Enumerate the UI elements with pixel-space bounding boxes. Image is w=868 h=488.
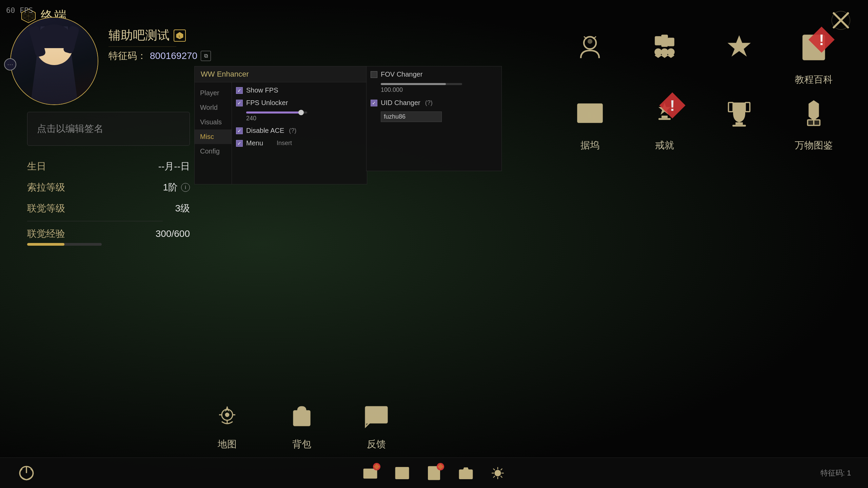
map-icon (210, 399, 244, 433)
profile-divider (108, 46, 176, 47)
uid-checkbox[interactable]: ✓ (371, 100, 377, 106)
svg-rect-29 (588, 112, 591, 120)
svg-rect-16 (668, 38, 674, 46)
show-fps-checkbox[interactable]: ✓ (236, 87, 243, 94)
bottom-center (359, 462, 509, 484)
sora-level-value: 1阶 i (163, 181, 190, 194)
exp-row: 联觉经验 300/600 (27, 223, 190, 250)
menu-item-compendium[interactable]: 万物图鉴 (780, 93, 848, 152)
sora-level-label: 索拉等级 (27, 181, 65, 194)
fps-slider-thumb[interactable] (298, 110, 304, 115)
fps-slider-track[interactable] (246, 111, 307, 114)
menu-item-guide[interactable]: ! 教程百科 (780, 27, 848, 86)
svg-point-73 (495, 470, 501, 476)
fps-unlocker-checkbox[interactable]: ✓ (236, 100, 243, 106)
power-button[interactable] (17, 464, 36, 483)
svg-rect-36 (745, 103, 750, 112)
enhancer-nav: Player World Visuals Misc Config (195, 82, 232, 184)
backpack-label: 背包 (292, 438, 311, 451)
menu-checkbox[interactable]: ✓ (236, 140, 243, 147)
fov-slider-track[interactable] (381, 83, 462, 85)
guide-label: 教程百科 (795, 73, 833, 86)
svg-text:!: ! (819, 31, 824, 48)
fps-badge: 60 FPS (6, 6, 33, 15)
menu-item-skills[interactable] (705, 27, 773, 86)
svg-marker-49 (226, 407, 228, 410)
achievement-icon-box: ! (644, 93, 685, 134)
enhancer-body: Player World Visuals Misc Config ✓ Show … (195, 82, 367, 184)
camera-button[interactable] (455, 462, 477, 484)
svg-marker-69 (437, 464, 443, 470)
disable-ace-row: ✓ Disable ACE (?) (236, 127, 363, 135)
svg-rect-42 (808, 120, 814, 125)
data-icon-box (570, 93, 610, 134)
svg-rect-14 (655, 37, 661, 45)
team-icon-box (644, 27, 685, 68)
svg-rect-38 (732, 125, 746, 126)
disable-ace-checkbox[interactable]: ✓ (236, 127, 243, 134)
fov-checkbox[interactable] (371, 71, 377, 78)
fps-slider-container: 240 (246, 111, 363, 122)
menu-item-backpack[interactable]: 背包 (285, 399, 319, 451)
svg-point-17 (655, 49, 661, 55)
svg-rect-15 (662, 35, 667, 46)
quest-log-button[interactable] (423, 462, 445, 484)
avatar-menu-btn[interactable]: ⋯ (4, 58, 16, 70)
alliance-level-row: 联觉等级 3级 (27, 198, 190, 219)
svg-point-18 (662, 49, 668, 55)
menu-item-data[interactable]: 据坞 (556, 93, 624, 152)
uid-question[interactable]: (?) (425, 99, 433, 106)
menu-item-feedback[interactable]: ! 反馈 (359, 399, 393, 451)
fov-toggle-row: FOV Changer (371, 70, 497, 78)
nav-visuals[interactable]: Visuals (195, 115, 232, 129)
compendium-icon-box (793, 93, 834, 134)
nav-world[interactable]: World (195, 100, 232, 115)
show-fps-row: ✓ Show FPS (236, 86, 363, 94)
settings-button[interactable] (487, 462, 509, 484)
signature-placeholder: 点击以编辑签名 (37, 122, 103, 135)
exp-bar (27, 243, 102, 246)
fov-slider-section: 100.000 (381, 83, 497, 94)
nav-player[interactable]: Player (195, 86, 232, 100)
menu-item-team[interactable] (631, 27, 698, 86)
birthday-label: 生日 (27, 160, 46, 173)
nav-config[interactable]: Config (195, 144, 232, 159)
copy-id-button[interactable]: ⧉ (201, 51, 211, 61)
mail-button[interactable] (359, 462, 381, 484)
bottom-bar: 特征码: 1 (0, 458, 868, 488)
nav-misc[interactable]: Misc (195, 129, 232, 144)
fps-unlocker-row: ✓ FPS Unlocker (236, 99, 363, 107)
skills-icon-box (719, 27, 760, 68)
sora-info-icon[interactable]: i (181, 183, 190, 192)
signature-box[interactable]: 点击以编辑签名 (27, 112, 190, 146)
menu-label: Menu (246, 139, 263, 147)
sora-level-row: 索拉等级 1阶 i (27, 177, 190, 198)
svg-marker-61 (374, 464, 380, 470)
fps-value: 240 (246, 115, 363, 122)
svg-point-11 (588, 39, 592, 44)
enhancer-panel: WW Enhancer Player World Visuals Misc Co… (194, 66, 367, 184)
feedback-icon: ! (359, 399, 393, 433)
fov-slider-fill (381, 83, 446, 85)
exp-bar-fill (27, 243, 64, 246)
menu-item-role[interactable] (556, 27, 624, 86)
right-panel: FOV Changer 100.000 ✓ UID Changer (?) (366, 66, 502, 171)
fov-label: FOV Changer (371, 70, 497, 78)
special-code-label: 特征码: 1 (821, 468, 851, 478)
close-button[interactable] (827, 7, 854, 34)
split-screen-button[interactable] (391, 462, 413, 484)
profile-info: 辅助吧测试 L 特征码： 800169270 ⧉ (108, 27, 217, 62)
svg-text:!: ! (382, 407, 384, 414)
bottom-menu: 地图 背包 ! 反馈 (210, 399, 393, 451)
backpack-icon (285, 399, 319, 433)
menu-item-map[interactable]: 地图 (210, 399, 244, 451)
exp-label: 联觉经验 (27, 227, 65, 240)
svg-point-44 (225, 413, 229, 416)
uid-input[interactable] (381, 111, 442, 122)
menu-item-achievement[interactable]: ! 戒就 (631, 93, 698, 152)
trophy-icon-box (719, 93, 760, 134)
exp-value: 300/600 (156, 228, 190, 239)
menu-item-trophy[interactable] (705, 93, 773, 152)
role-icon-box (570, 27, 610, 68)
ace-question[interactable]: (?) (289, 127, 296, 134)
